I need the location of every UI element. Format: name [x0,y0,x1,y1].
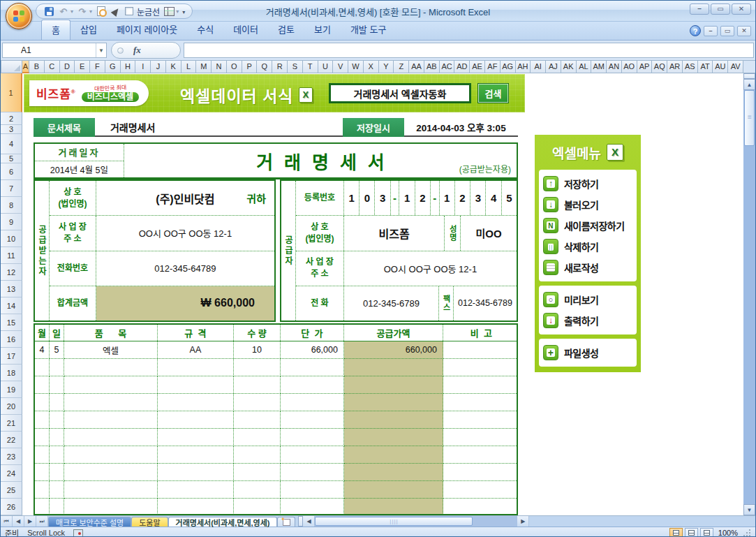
first-sheet-icon[interactable]: ⏮ [1,516,13,527]
column-header-W[interactable]: W [348,61,364,73]
doc-title-value[interactable]: 거래명세서 [95,118,343,137]
item-cell[interactable]: 66,000 [281,341,344,359]
row-header-17[interactable]: 17 [1,348,22,365]
ribbon-tab-7[interactable]: 보기 [304,20,341,40]
row-header-26[interactable]: 26 [1,499,22,515]
column-header-H[interactable]: H [121,61,136,73]
column-header-N[interactable]: N [212,61,227,73]
sheet-tab-1[interactable]: 매크로 보안수준 설명 [48,517,131,527]
column-header-S[interactable]: S [288,61,303,73]
row-header-9[interactable]: 9 [1,214,22,230]
item-cell[interactable] [281,411,344,429]
item-cell[interactable] [234,376,281,394]
item-cell[interactable] [64,464,158,481]
item-cell[interactable] [344,429,443,446]
column-header-R[interactable]: R [272,61,288,73]
column-header-X[interactable]: X [364,61,379,73]
item-cell[interactable] [234,499,281,515]
ceo-name-value[interactable]: 미OO [461,216,517,250]
item-cell[interactable] [443,446,518,464]
item-cell[interactable] [158,446,234,464]
buyer-company-value[interactable]: (주)인비닷컴 귀하 [96,181,274,215]
row-header-6[interactable]: 6 [1,163,22,180]
column-header-D[interactable]: D [60,61,75,73]
column-header-V[interactable]: V [333,61,348,73]
column-header-AV[interactable]: AV [728,61,743,73]
item-cell[interactable] [234,394,281,411]
item-cell[interactable] [50,429,64,446]
item-cell[interactable] [35,394,50,411]
item-cell[interactable] [344,411,443,429]
ribbon-tab-2[interactable]: 삽입 [71,20,107,40]
item-cell[interactable] [50,464,64,481]
column-header-I[interactable]: I [135,61,151,73]
ribbon-tab-5[interactable]: 데이터 [223,20,268,40]
row-header-18[interactable]: 18 [1,365,22,381]
row-header-13[interactable]: 13 [1,281,22,297]
column-header-E[interactable]: E [75,61,90,73]
row-header-5[interactable]: 5 [1,154,22,163]
item-cell[interactable] [158,464,234,481]
item-cell[interactable] [50,481,64,499]
item-cell[interactable] [50,359,64,376]
resize-grip-icon[interactable] [743,529,751,537]
workbook-minimize-button[interactable]: – [704,26,718,36]
supplier-address-value[interactable]: OO시 OO구 OO동 12-1 [344,251,517,286]
row-header-24[interactable]: 24 [1,465,22,482]
item-cell[interactable]: 5 [50,341,64,359]
item-cell[interactable] [35,429,50,446]
item-cell[interactable] [35,464,50,481]
help-icon[interactable]: ? [690,25,701,36]
item-cell[interactable]: 엑셀 [64,341,158,359]
item-cell[interactable] [158,359,234,376]
last-sheet-icon[interactable]: ⏭ [36,516,48,527]
column-header-J[interactable]: J [151,61,166,73]
column-header-A[interactable]: A [22,61,29,73]
row-header-2[interactable]: 2 [1,112,22,125]
item-cell[interactable] [443,499,518,515]
item-cell[interactable] [234,359,281,376]
row-header-3[interactable]: 3 [1,125,22,134]
item-cell[interactable] [281,464,344,481]
item-cell[interactable] [443,481,518,499]
supplier-tel-value[interactable]: 012-345-6789 [344,286,438,321]
item-cell[interactable] [158,376,234,394]
column-header-K[interactable]: K [166,61,181,73]
item-cell[interactable] [443,359,518,376]
item-cell[interactable] [281,376,344,394]
item-cell[interactable] [281,446,344,464]
item-cell[interactable] [50,376,64,394]
column-header-AH[interactable]: AH [516,61,531,73]
row-header-1[interactable]: 1 [1,73,22,112]
vertical-scrollbar[interactable]: ▲ ▼ [743,73,755,515]
name-box[interactable]: A1 ▼ [2,43,107,58]
column-header-T[interactable]: T [303,61,318,73]
sheet-tab-3[interactable]: 거래명세서(비과세,면세,영세) [168,517,278,527]
item-cell[interactable]: 660,000 [344,341,443,359]
column-header-AP[interactable]: AP [637,61,653,73]
formula-input[interactable] [184,43,754,58]
row-header-25[interactable]: 25 [1,482,22,499]
column-header-AN[interactable]: AN [607,61,622,73]
column-header-AB[interactable]: AB [424,61,440,73]
item-cell[interactable] [64,394,158,411]
item-cell[interactable] [234,481,281,499]
menu-출력하기[interactable]: 출력하기 [543,310,632,331]
item-cell[interactable] [344,464,443,481]
item-cell[interactable] [443,394,518,411]
row-header-21[interactable]: 21 [1,415,22,432]
total-amount-value[interactable]: ₩ 660,000 [96,286,274,321]
item-cell[interactable] [344,499,443,515]
item-cell[interactable] [35,481,50,499]
scroll-left-icon[interactable]: ◀ [303,516,315,527]
menu-불러오기[interactable]: 불러오기 [543,194,632,215]
column-header-P[interactable]: P [242,61,258,73]
maximize-button[interactable]: ▭ [711,3,730,15]
item-cell[interactable] [234,464,281,481]
item-cell[interactable] [158,429,234,446]
ribbon-tab-3[interactable]: 페이지 레이아웃 [107,20,187,40]
column-header-AA[interactable]: AA [409,61,424,73]
item-cell[interactable] [344,376,443,394]
item-cell[interactable] [344,359,443,376]
item-cell[interactable] [344,394,443,411]
